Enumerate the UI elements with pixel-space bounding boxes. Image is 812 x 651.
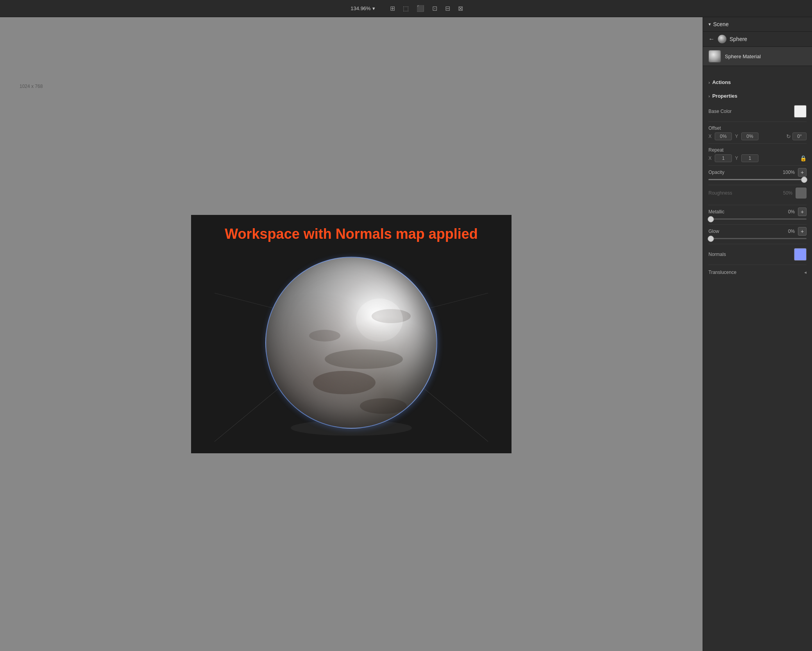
opacity-add-button[interactable]: + <box>798 168 807 177</box>
opacity-row: Opacity 100% + <box>708 167 807 183</box>
repeat-label: Repeat <box>708 147 724 153</box>
glow-value: 0% <box>788 229 795 234</box>
repeat-y-label: Y <box>735 156 740 161</box>
rotate-group: ↻ 0° <box>786 132 807 140</box>
panel-spacer <box>703 66 812 75</box>
offset-label: Offset <box>708 125 721 131</box>
lock-icon[interactable]: 🔒 <box>800 155 807 161</box>
normals-swatch[interactable] <box>794 248 807 261</box>
metallic-add-button[interactable]: + <box>798 207 807 216</box>
roughness-value: 50% <box>783 190 792 196</box>
divider-7 <box>708 244 807 244</box>
svg-point-10 <box>356 299 403 342</box>
scene-header[interactable]: ▾ Scene <box>703 17 812 32</box>
metallic-label: Metallic <box>708 209 724 215</box>
main-layout: 1024 x 768 Workspace with Normals map ap… <box>0 17 812 651</box>
repeat-x-group: X 1 <box>708 154 732 162</box>
sphere-visual <box>265 257 437 429</box>
base-color-row: Base Color <box>708 103 807 120</box>
divider-3 <box>708 165 807 166</box>
svg-point-7 <box>309 330 340 342</box>
canvas-dimension-label: 1024 x 768 <box>20 84 43 89</box>
back-arrow-icon[interactable]: ← <box>708 36 715 43</box>
actions-section-header[interactable]: › Actions <box>703 75 812 89</box>
roughness-label: Roughness <box>708 190 732 196</box>
offset-y-label: Y <box>735 134 740 139</box>
offset-x-input[interactable]: 0% <box>715 132 732 140</box>
divider-2 <box>708 143 807 144</box>
repeat-x-input[interactable]: 1 <box>715 154 732 162</box>
toolbar-icons: ⊞ ⬚ ⬛ ⊡ ⊟ ⊠ <box>388 3 465 14</box>
offset-y-group: Y 0% <box>735 132 758 140</box>
rotate-input[interactable]: 0° <box>792 132 807 140</box>
render-icon[interactable]: ⊡ <box>431 3 439 14</box>
rotate-icon: ↻ <box>786 133 791 140</box>
frame-icon[interactable]: ⊞ <box>388 3 397 14</box>
glow-slider[interactable] <box>708 238 807 239</box>
properties-section: Base Color Offset X 0% Y 0% ↻ <box>703 103 812 284</box>
translucence-expand-icon[interactable]: ◂ <box>804 270 807 275</box>
metallic-row: Metallic 0% + <box>708 207 807 223</box>
camera-icon[interactable]: ⬚ <box>401 3 410 14</box>
properties-chevron-icon: › <box>708 94 710 98</box>
repeat-y-group: Y 1 <box>735 154 758 162</box>
svg-point-6 <box>360 398 407 414</box>
opacity-label: Opacity <box>708 170 724 175</box>
actions-title: Actions <box>712 79 731 85</box>
normals-label: Normals <box>708 252 726 257</box>
grid-icon[interactable]: ⊠ <box>456 3 465 14</box>
offset-row: Offset X 0% Y 0% ↻ 0° <box>708 123 807 142</box>
offset-y-input[interactable]: 0% <box>741 132 758 140</box>
material-item[interactable]: Sphere Material <box>703 47 812 66</box>
zoom-value: 134.96% <box>351 5 370 11</box>
base-color-label: Base Color <box>708 109 732 114</box>
view-icon[interactable]: ⬛ <box>415 3 426 14</box>
properties-section-header[interactable]: › Properties <box>703 89 812 103</box>
scene-title: Scene <box>713 21 729 27</box>
offset-x-group: X 0% <box>708 132 732 140</box>
glow-row: Glow 0% + <box>708 226 807 242</box>
roughness-row: Roughness 50% <box>708 187 807 203</box>
svg-point-8 <box>372 309 411 323</box>
scene-chevron-icon: ▾ <box>708 21 711 27</box>
translucence-label: Translucence <box>708 270 737 275</box>
material-name-label: Sphere Material <box>725 54 761 59</box>
canvas-frame: Workspace with Normals map applied <box>191 215 512 453</box>
right-panel: ▾ Scene ← Sphere Sphere Material › Actio… <box>703 17 812 651</box>
sphere-3d <box>265 257 437 429</box>
toolbar: 134.96% ▾ ⊞ ⬚ ⬛ ⊡ ⊟ ⊠ <box>0 0 812 17</box>
crop-icon[interactable]: ⊟ <box>444 3 452 14</box>
properties-title: Properties <box>712 93 737 99</box>
glow-label: Glow <box>708 229 719 234</box>
sphere-nav-label: Sphere <box>730 36 747 42</box>
zoom-control[interactable]: 134.96% ▾ <box>347 4 378 13</box>
translucence-row: Translucence ◂ <box>708 266 807 278</box>
opacity-value: 100% <box>783 170 795 175</box>
metallic-value: 0% <box>788 209 795 215</box>
base-color-swatch[interactable] <box>794 105 807 118</box>
divider-5 <box>708 205 807 205</box>
svg-point-5 <box>313 371 376 394</box>
canvas-area: 1024 x 768 Workspace with Normals map ap… <box>0 17 703 651</box>
sphere-nav: ← Sphere <box>703 32 812 47</box>
glow-add-button[interactable]: + <box>798 227 807 236</box>
opacity-slider[interactable] <box>708 179 807 180</box>
svg-point-9 <box>325 349 403 369</box>
normals-row: Normals <box>708 246 807 263</box>
canvas-title: Workspace with Normals map applied <box>225 226 478 242</box>
divider-6 <box>708 224 807 225</box>
roughness-swatch[interactable] <box>796 188 807 199</box>
zoom-chevron: ▾ <box>372 5 375 11</box>
repeat-row: Repeat X 1 Y 1 🔒 <box>708 145 807 164</box>
material-thumbnail <box>708 50 721 63</box>
metallic-slider[interactable] <box>708 218 807 220</box>
repeat-y-input[interactable]: 1 <box>741 154 758 162</box>
actions-chevron-icon: › <box>708 80 710 85</box>
divider-8 <box>708 265 807 265</box>
divider-4 <box>708 185 807 185</box>
sphere-nav-icon <box>718 35 726 43</box>
offset-x-label: X <box>708 134 713 139</box>
repeat-x-label: X <box>708 156 713 161</box>
divider-1 <box>708 122 807 122</box>
